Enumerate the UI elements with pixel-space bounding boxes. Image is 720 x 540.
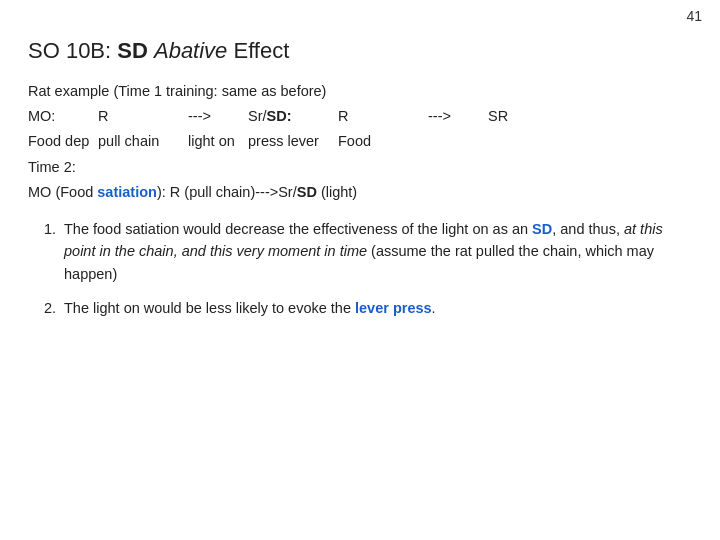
rat-example-line: Rat example (Time 1 training: same as be… xyxy=(28,80,690,103)
mo-sr: Sr/SD: xyxy=(248,105,338,128)
mo-sr-text: Sr/ xyxy=(248,108,267,124)
mo-r: R xyxy=(98,105,188,128)
mo-sr-col: SR xyxy=(488,105,538,128)
food-label: Food dep xyxy=(28,130,98,153)
food-col2: light on xyxy=(188,130,248,153)
title-prefix: SO 10B: xyxy=(28,38,111,63)
mo-sd: SD: xyxy=(267,108,292,124)
time2-label: Time 2: xyxy=(28,156,690,179)
mo-food-prefix: MO (Food xyxy=(28,184,97,200)
food-col3: press lever xyxy=(248,130,338,153)
food-col4: Food xyxy=(338,130,371,153)
title-sd: SD xyxy=(117,38,148,63)
list-item-1: 1. The food satiation would decrease the… xyxy=(38,218,690,285)
mo-label: MO: xyxy=(28,105,98,128)
title-suffix: Effect xyxy=(233,38,289,63)
list-number-1: 1. xyxy=(38,218,56,285)
sd-inline-1: SD xyxy=(532,221,552,237)
italic-text-1: at this point in the chain, and this ver… xyxy=(64,221,663,259)
food-line: Food dep pull chain light on press lever… xyxy=(28,130,690,153)
mo-r2: R xyxy=(338,105,428,128)
list-content-1: The food satiation would decrease the ef… xyxy=(64,218,690,285)
page-number: 41 xyxy=(686,8,702,24)
mo-food-line: MO (Food satiation): R (pull chain)--->S… xyxy=(28,181,690,204)
slide-title: SO 10B: SD Abative Effect xyxy=(28,38,690,64)
mo-food-sd: SD xyxy=(297,184,317,200)
mo-line: MO: R ---> Sr/SD: R ---> SR xyxy=(28,105,690,128)
list-number-2: 2. xyxy=(38,297,56,319)
list-item-2: 2. The light on would be less likely to … xyxy=(38,297,690,319)
mo-food-middle: ): R (pull chain)--->Sr/ xyxy=(157,184,297,200)
food-col1: pull chain xyxy=(98,130,188,153)
mo-arrow1: ---> xyxy=(188,105,248,128)
lever-press-text: lever press xyxy=(355,300,432,316)
mo-arrow2: ---> xyxy=(428,105,488,128)
satiation-text: satiation xyxy=(97,184,157,200)
list-content-2: The light on would be less likely to evo… xyxy=(64,297,690,319)
title-abative: Abative xyxy=(154,38,227,63)
mo-food-suffix: (light) xyxy=(317,184,357,200)
numbered-list: 1. The food satiation would decrease the… xyxy=(28,218,690,320)
